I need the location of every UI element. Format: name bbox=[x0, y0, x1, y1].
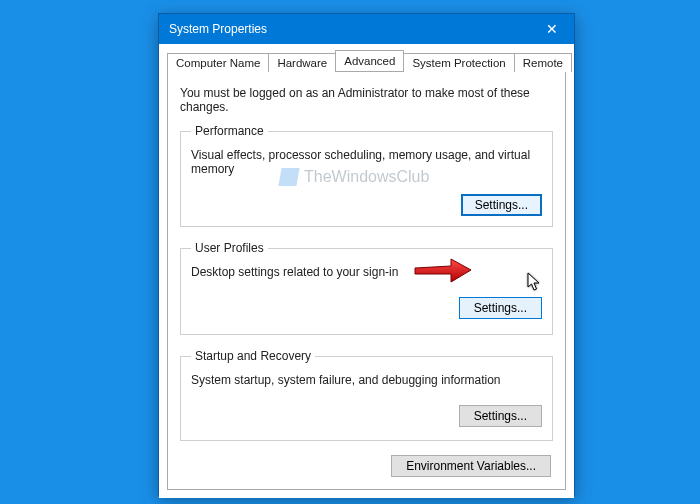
tab-computer-name[interactable]: Computer Name bbox=[167, 53, 269, 72]
startup-recovery-settings-button[interactable]: Settings... bbox=[459, 405, 542, 427]
environment-variables-button[interactable]: Environment Variables... bbox=[391, 455, 551, 477]
tab-remote[interactable]: Remote bbox=[514, 53, 572, 72]
window-title: System Properties bbox=[169, 22, 267, 36]
tab-strip: Computer Name Hardware Advanced System P… bbox=[167, 50, 566, 71]
user-profiles-group: User Profiles Desktop settings related t… bbox=[180, 241, 553, 335]
user-profiles-desc: Desktop settings related to your sign-in bbox=[191, 265, 542, 279]
startup-recovery-desc: System startup, system failure, and debu… bbox=[191, 373, 542, 387]
system-properties-window: System Properties ✕ Computer Name Hardwa… bbox=[158, 13, 575, 496]
close-icon: ✕ bbox=[546, 22, 558, 36]
startup-recovery-legend: Startup and Recovery bbox=[191, 349, 315, 363]
performance-group: Performance Visual effects, processor sc… bbox=[180, 124, 553, 227]
user-profiles-settings-button[interactable]: Settings... bbox=[459, 297, 542, 319]
advanced-tab-panel: You must be logged on as an Administrato… bbox=[167, 71, 566, 490]
admin-notice: You must be logged on as an Administrato… bbox=[180, 86, 553, 114]
tab-hardware[interactable]: Hardware bbox=[268, 53, 336, 72]
performance-desc: Visual effects, processor scheduling, me… bbox=[191, 148, 542, 176]
tab-advanced[interactable]: Advanced bbox=[335, 50, 404, 71]
dialog-footer: OK Cancel Apply bbox=[159, 498, 574, 504]
performance-legend: Performance bbox=[191, 124, 268, 138]
tab-system-protection[interactable]: System Protection bbox=[403, 53, 514, 72]
user-profiles-legend: User Profiles bbox=[191, 241, 268, 255]
client-area: Computer Name Hardware Advanced System P… bbox=[159, 44, 574, 498]
close-button[interactable]: ✕ bbox=[530, 14, 574, 44]
titlebar: System Properties ✕ bbox=[159, 14, 574, 44]
performance-settings-button[interactable]: Settings... bbox=[461, 194, 542, 216]
startup-recovery-group: Startup and Recovery System startup, sys… bbox=[180, 349, 553, 441]
